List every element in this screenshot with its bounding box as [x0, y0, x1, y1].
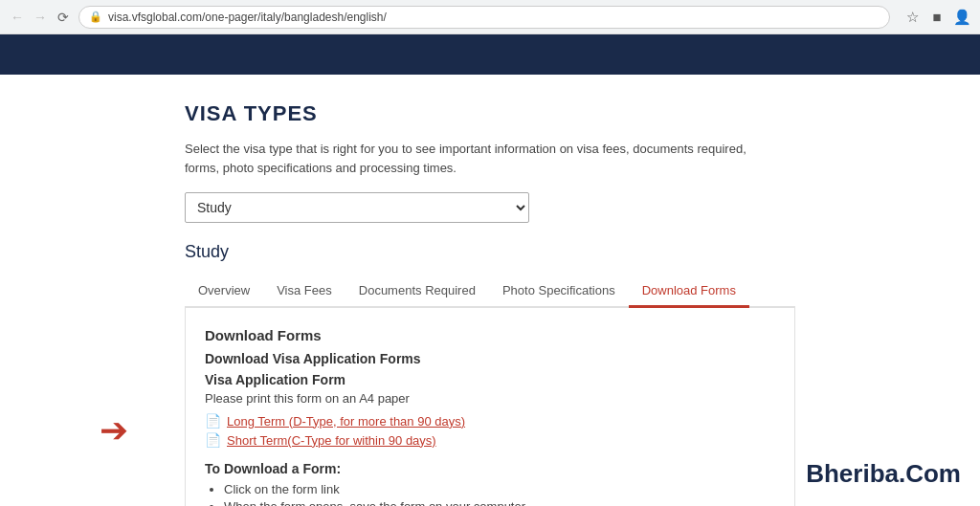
- tab-overview[interactable]: Overview: [185, 275, 263, 308]
- form-link-row-2: 📄 Short Term(C-Type for within 90 days): [205, 432, 775, 448]
- content-panel: Download Forms Download Visa Application…: [185, 308, 795, 506]
- instructions-title: To Download a Form:: [205, 461, 775, 476]
- pdf-icon-1: 📄: [205, 413, 221, 429]
- profile-button[interactable]: 👤: [951, 7, 972, 28]
- star-button[interactable]: ☆: [902, 7, 923, 28]
- back-button[interactable]: ←: [8, 8, 27, 27]
- tab-download-forms[interactable]: Download Forms: [629, 275, 749, 308]
- long-term-form-link[interactable]: Long Term (D-Type, for more than 90 days…: [227, 414, 465, 429]
- page-description: Select the visa type that is right for y…: [185, 140, 778, 177]
- extensions-button[interactable]: ■: [926, 7, 947, 28]
- arrow-annotation: ➔: [100, 413, 128, 448]
- tab-documents-required[interactable]: Documents Required: [345, 275, 489, 308]
- reload-button[interactable]: ⟳: [54, 8, 73, 27]
- tabs-container: Overview Visa Fees Documents Required Ph…: [185, 275, 795, 308]
- instruction-step-1: Click on the form link: [224, 482, 775, 496]
- browser-chrome: ← → ⟳ 🔒 visa.vfsglobal.com/one-pager/ita…: [0, 0, 980, 34]
- download-instructions: To Download a Form: Click on the form li…: [205, 461, 775, 506]
- panel-title: Download Forms: [205, 327, 775, 343]
- tab-photo-specifications[interactable]: Photo Specifications: [489, 275, 629, 308]
- print-note: Please print this form on an A4 paper: [205, 391, 775, 406]
- form-link-row-1: 📄 Long Term (D-Type, for more than 90 da…: [205, 413, 775, 429]
- section-title: Study: [185, 242, 795, 262]
- nav-buttons: ← → ⟳: [8, 8, 73, 27]
- pdf-icon-2: 📄: [205, 432, 221, 448]
- instructions-list: Click on the form link When the form ope…: [224, 482, 775, 506]
- tab-visa-fees[interactable]: Visa Fees: [263, 275, 345, 308]
- forward-button[interactable]: →: [31, 8, 50, 27]
- instruction-step-2: When the form opens, save the form on yo…: [224, 499, 775, 506]
- lock-icon: 🔒: [89, 11, 102, 23]
- short-term-form-link[interactable]: Short Term(C-Type for within 90 days): [227, 433, 436, 448]
- site-header: [0, 34, 980, 75]
- panel-subtitle: Download Visa Application Forms: [205, 351, 775, 366]
- visa-type-select[interactable]: Study Tourism Business Family Work: [185, 192, 529, 223]
- browser-actions: ☆ ■ 👤: [902, 7, 972, 28]
- url-text: visa.vfsglobal.com/one-pager/italy/bangl…: [108, 11, 387, 24]
- visa-form-title: Visa Application Form: [205, 372, 775, 387]
- main-content: VISA TYPES Select the visa type that is …: [0, 75, 980, 506]
- form-links-container: ➔ 📄 Long Term (D-Type, for more than 90 …: [205, 413, 775, 448]
- page-title: VISA TYPES: [185, 101, 795, 126]
- arrow-icon: ➔: [100, 413, 128, 448]
- address-bar[interactable]: 🔒 visa.vfsglobal.com/one-pager/italy/ban…: [78, 6, 890, 29]
